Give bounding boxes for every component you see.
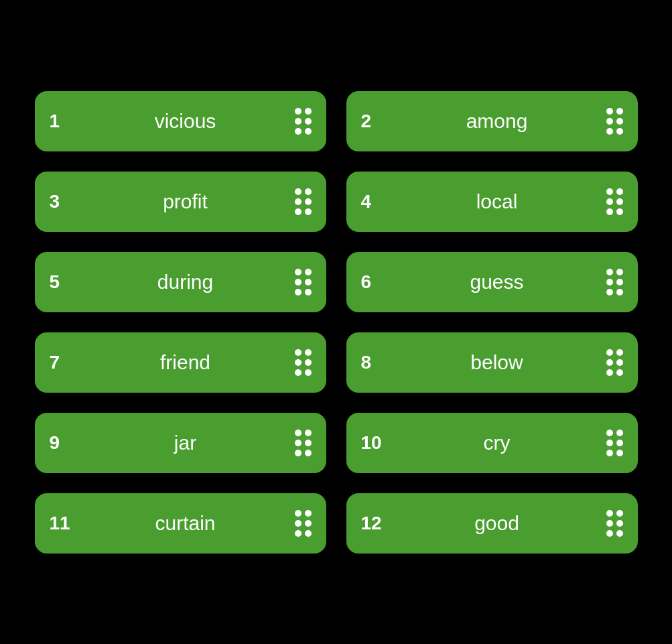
- dice-dot: [305, 279, 312, 285]
- dice-dot: [606, 430, 613, 436]
- dice-dot: [616, 530, 623, 537]
- dice-dot: [295, 440, 301, 446]
- word-card-1[interactable]: 1vicious: [35, 91, 326, 151]
- dice-dot: [616, 440, 623, 446]
- word-card-7[interactable]: 7friend: [35, 332, 326, 393]
- dice-dot: [616, 289, 623, 296]
- dice-dot: [305, 530, 312, 537]
- dice-dot: [616, 128, 623, 135]
- dice-dot: [606, 359, 613, 366]
- dice-dot: [606, 118, 613, 125]
- dice-dot: [606, 450, 613, 456]
- dice-dot: [305, 349, 312, 356]
- card-word-10: cry: [395, 432, 600, 454]
- word-card-2[interactable]: 2among: [346, 91, 638, 151]
- dice-dot: [295, 208, 301, 215]
- dice-dot: [305, 520, 312, 527]
- dice-dot: [305, 269, 312, 275]
- card-number-2: 2: [361, 111, 388, 132]
- dice-dot: [606, 279, 613, 285]
- card-number-8: 8: [361, 352, 388, 373]
- dice-dot: [606, 108, 613, 115]
- word-card-5[interactable]: 5during: [35, 252, 326, 312]
- card-word-7: friend: [83, 351, 288, 374]
- dice-dot: [295, 520, 301, 527]
- dice-dot: [616, 349, 623, 356]
- dice-dot: [295, 269, 301, 275]
- word-card-3[interactable]: 3profit: [35, 172, 326, 232]
- dice-dot: [606, 128, 613, 135]
- word-grid: 1vicious2among3profit4local5during6guess…: [15, 71, 658, 574]
- dice-dot: [305, 289, 312, 296]
- dice-dot: [305, 510, 312, 517]
- dice-dot: [606, 208, 613, 215]
- card-word-2: among: [395, 110, 600, 133]
- dice-dot: [295, 530, 301, 537]
- dice-dot: [606, 198, 613, 205]
- dice-dot: [616, 208, 623, 215]
- dice-icon-7: [295, 349, 312, 376]
- word-card-8[interactable]: 8below: [346, 332, 638, 393]
- dice-dot: [606, 530, 613, 537]
- dice-dot: [295, 430, 301, 436]
- card-word-12: good: [395, 512, 600, 535]
- dice-dot: [305, 430, 312, 436]
- dice-dot: [305, 208, 312, 215]
- dice-dot: [606, 520, 613, 527]
- dice-dot: [295, 279, 301, 285]
- word-card-10[interactable]: 10cry: [346, 413, 638, 473]
- card-word-3: profit: [83, 190, 288, 213]
- dice-dot: [305, 118, 312, 125]
- dice-icon-10: [606, 430, 623, 456]
- dice-dot: [616, 369, 623, 376]
- card-number-4: 4: [361, 191, 388, 212]
- dice-icon-5: [295, 269, 312, 296]
- card-number-12: 12: [361, 513, 388, 534]
- dice-dot: [606, 289, 613, 296]
- dice-icon-4: [606, 188, 623, 215]
- dice-dot: [616, 118, 623, 125]
- card-number-5: 5: [50, 271, 76, 293]
- card-word-6: guess: [395, 271, 600, 294]
- dice-dot: [295, 450, 301, 456]
- card-word-4: local: [395, 190, 600, 213]
- card-number-7: 7: [50, 352, 76, 373]
- word-card-4[interactable]: 4local: [346, 172, 638, 232]
- dice-dot: [295, 289, 301, 296]
- card-word-1: vicious: [83, 110, 288, 133]
- dice-dot: [616, 108, 623, 115]
- card-number-11: 11: [50, 513, 76, 534]
- dice-dot: [295, 349, 301, 356]
- dice-dot: [295, 510, 301, 517]
- dice-icon-3: [295, 188, 312, 215]
- dice-dot: [616, 520, 623, 527]
- dice-dot: [606, 440, 613, 446]
- dice-dot: [295, 359, 301, 366]
- dice-dot: [616, 510, 623, 517]
- dice-dot: [305, 198, 312, 205]
- card-number-9: 9: [50, 432, 76, 454]
- dice-dot: [616, 269, 623, 275]
- word-card-9[interactable]: 9jar: [35, 413, 326, 473]
- dice-icon-9: [295, 430, 312, 456]
- word-card-6[interactable]: 6guess: [346, 252, 638, 312]
- card-number-3: 3: [50, 191, 76, 212]
- dice-dot: [295, 108, 301, 115]
- dice-dot: [305, 188, 312, 195]
- dice-dot: [616, 359, 623, 366]
- dice-icon-8: [606, 349, 623, 376]
- dice-dot: [295, 198, 301, 205]
- dice-dot: [616, 430, 623, 436]
- dice-dot: [295, 369, 301, 376]
- dice-dot: [305, 128, 312, 135]
- dice-dot: [305, 108, 312, 115]
- word-card-11[interactable]: 11curtain: [35, 493, 326, 554]
- dice-dot: [606, 188, 613, 195]
- dice-dot: [305, 369, 312, 376]
- card-word-9: jar: [83, 432, 288, 454]
- dice-icon-2: [606, 108, 623, 135]
- card-number-6: 6: [361, 271, 388, 293]
- word-card-12[interactable]: 12good: [346, 493, 638, 554]
- dice-dot: [606, 349, 613, 356]
- dice-dot: [305, 450, 312, 456]
